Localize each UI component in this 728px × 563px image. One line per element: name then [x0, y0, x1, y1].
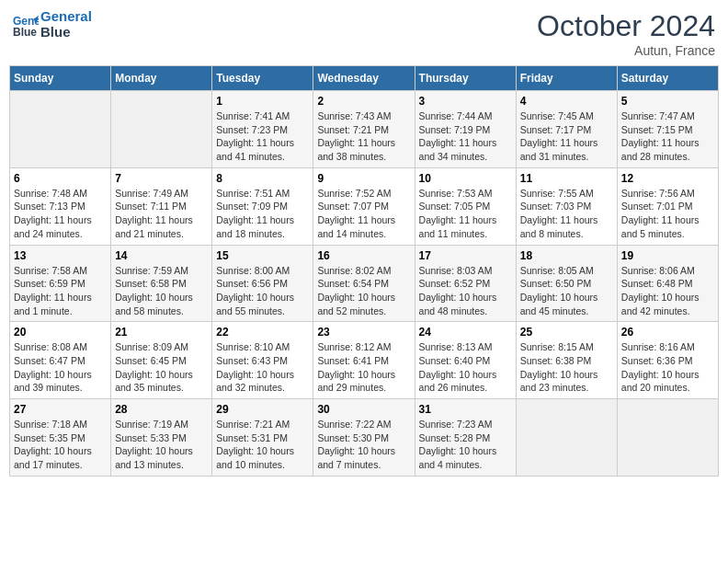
calendar-header-row: SundayMondayTuesdayWednesdayThursdayFrid…	[10, 66, 719, 91]
day-info-line: Daylight: 11 hours and 5 minutes.	[621, 213, 714, 240]
day-info-line: Sunset: 7:05 PM	[419, 200, 512, 213]
day-info-line: Sunrise: 7:48 AM	[14, 187, 107, 201]
calendar-cell	[10, 91, 111, 168]
day-info: Sunrise: 7:53 AMSunset: 7:05 PMDaylight:…	[419, 187, 512, 241]
day-info-line: Sunset: 7:01 PM	[621, 200, 714, 213]
day-number: 13	[14, 249, 107, 262]
day-info: Sunrise: 8:13 AMSunset: 6:40 PMDaylight:…	[419, 340, 512, 395]
day-info-line: Sunrise: 8:02 AM	[317, 264, 410, 278]
day-info-line: Sunset: 6:48 PM	[621, 277, 714, 291]
calendar-cell: 19Sunrise: 8:06 AMSunset: 6:48 PMDayligh…	[617, 245, 718, 322]
day-info-line: Sunset: 7:09 PM	[216, 200, 309, 213]
day-info: Sunrise: 8:16 AMSunset: 6:36 PMDaylight:…	[621, 340, 714, 395]
calendar-week-5: 27Sunrise: 7:18 AMSunset: 5:35 PMDayligh…	[10, 399, 719, 477]
calendar-cell: 5Sunrise: 7:47 AMSunset: 7:15 PMDaylight…	[617, 91, 718, 168]
day-number: 18	[520, 249, 613, 262]
day-info-line: Sunrise: 8:15 AM	[520, 340, 613, 354]
day-info-line: Sunset: 5:33 PM	[115, 431, 208, 445]
day-info-line: Sunset: 6:59 PM	[14, 277, 107, 291]
day-info-line: Sunrise: 8:13 AM	[419, 340, 512, 354]
calendar-cell: 17Sunrise: 8:03 AMSunset: 6:52 PMDayligh…	[415, 245, 516, 322]
day-info-line: Daylight: 11 hours and 28 minutes.	[621, 136, 714, 163]
day-number: 9	[317, 172, 410, 185]
day-info-line: Sunrise: 7:55 AM	[520, 187, 613, 201]
day-info-line: Daylight: 11 hours and 41 minutes.	[216, 136, 309, 163]
day-info-line: Sunset: 6:38 PM	[520, 354, 613, 368]
day-info-line: Sunrise: 7:44 AM	[419, 109, 512, 123]
day-info: Sunrise: 7:21 AMSunset: 5:31 PMDaylight:…	[216, 418, 309, 472]
day-info: Sunrise: 8:15 AMSunset: 6:38 PMDaylight:…	[520, 340, 613, 395]
calendar-cell: 26Sunrise: 8:16 AMSunset: 6:36 PMDayligh…	[617, 322, 718, 399]
day-info: Sunrise: 7:18 AMSunset: 5:35 PMDaylight:…	[14, 418, 107, 472]
logo: General Blue General Blue	[13, 9, 92, 40]
calendar-cell: 16Sunrise: 8:02 AMSunset: 6:54 PMDayligh…	[313, 245, 415, 322]
calendar-cell: 24Sunrise: 8:13 AMSunset: 6:40 PMDayligh…	[415, 322, 516, 399]
day-info-line: Sunset: 7:07 PM	[317, 200, 410, 213]
day-info-line: Sunset: 6:43 PM	[216, 354, 309, 368]
day-number: 23	[317, 326, 410, 339]
day-info-line: Sunset: 7:23 PM	[216, 123, 309, 137]
day-info: Sunrise: 8:10 AMSunset: 6:43 PMDaylight:…	[216, 340, 309, 395]
calendar-cell	[617, 399, 718, 477]
day-info: Sunrise: 7:52 AMSunset: 7:07 PMDaylight:…	[317, 187, 410, 241]
day-header-friday: Friday	[516, 66, 617, 91]
day-info: Sunrise: 8:00 AMSunset: 6:56 PMDaylight:…	[216, 264, 309, 318]
calendar-week-3: 13Sunrise: 7:58 AMSunset: 6:59 PMDayligh…	[10, 245, 719, 322]
day-number: 27	[14, 403, 107, 416]
day-info: Sunrise: 7:19 AMSunset: 5:33 PMDaylight:…	[115, 418, 208, 472]
calendar-cell: 4Sunrise: 7:45 AMSunset: 7:17 PMDaylight…	[516, 91, 617, 168]
day-info-line: Daylight: 10 hours and 52 minutes.	[317, 291, 410, 317]
location-title: Autun, France	[537, 43, 715, 58]
day-info-line: Daylight: 10 hours and 4 minutes.	[419, 444, 512, 471]
day-info: Sunrise: 7:55 AMSunset: 7:03 PMDaylight:…	[520, 187, 613, 241]
day-header-monday: Monday	[111, 66, 212, 91]
day-info-line: Daylight: 11 hours and 24 minutes.	[14, 213, 107, 240]
day-info-line: Daylight: 10 hours and 45 minutes.	[520, 291, 613, 317]
day-number: 30	[317, 403, 410, 416]
day-info: Sunrise: 8:03 AMSunset: 6:52 PMDaylight:…	[419, 264, 512, 318]
day-info: Sunrise: 7:59 AMSunset: 6:58 PMDaylight:…	[115, 264, 208, 318]
day-info-line: Daylight: 10 hours and 7 minutes.	[317, 444, 410, 471]
day-info: Sunrise: 7:41 AMSunset: 7:23 PMDaylight:…	[216, 109, 309, 164]
day-info-line: Sunrise: 7:58 AM	[14, 264, 107, 278]
day-info-line: Sunset: 7:17 PM	[520, 123, 613, 137]
calendar-cell: 10Sunrise: 7:53 AMSunset: 7:05 PMDayligh…	[415, 167, 516, 245]
calendar-cell: 14Sunrise: 7:59 AMSunset: 6:58 PMDayligh…	[111, 245, 212, 322]
day-number: 6	[14, 172, 107, 185]
day-info-line: Daylight: 11 hours and 1 minute.	[14, 291, 107, 317]
calendar-cell: 20Sunrise: 8:08 AMSunset: 6:47 PMDayligh…	[10, 322, 111, 399]
calendar-table: SundayMondayTuesdayWednesdayThursdayFrid…	[9, 65, 719, 477]
day-info-line: Sunrise: 7:23 AM	[419, 418, 512, 431]
calendar-cell: 22Sunrise: 8:10 AMSunset: 6:43 PMDayligh…	[212, 322, 313, 399]
calendar-cell: 1Sunrise: 7:41 AMSunset: 7:23 PMDaylight…	[212, 91, 313, 168]
day-info: Sunrise: 7:23 AMSunset: 5:28 PMDaylight:…	[419, 418, 512, 472]
title-block: October 2024 Autun, France	[537, 9, 715, 58]
day-info-line: Daylight: 10 hours and 17 minutes.	[14, 444, 107, 471]
day-info-line: Sunset: 7:15 PM	[621, 123, 714, 137]
day-info: Sunrise: 7:48 AMSunset: 7:13 PMDaylight:…	[14, 187, 107, 241]
day-info-line: Sunrise: 8:03 AM	[419, 264, 512, 278]
calendar-week-4: 20Sunrise: 8:08 AMSunset: 6:47 PMDayligh…	[10, 322, 719, 399]
day-number: 31	[419, 403, 512, 416]
day-info-line: Sunset: 6:52 PM	[419, 277, 512, 291]
day-info-line: Sunrise: 7:53 AM	[419, 187, 512, 201]
day-number: 22	[216, 326, 309, 339]
day-info-line: Sunrise: 7:18 AM	[14, 418, 107, 431]
day-info-line: Sunrise: 8:09 AM	[115, 340, 208, 354]
page-header: General Blue General Blue October 2024 A…	[9, 9, 719, 58]
day-info-line: Sunset: 6:36 PM	[621, 354, 714, 368]
day-number: 19	[621, 249, 714, 262]
day-number: 7	[115, 172, 208, 185]
day-number: 29	[216, 403, 309, 416]
day-info-line: Sunrise: 7:43 AM	[317, 109, 410, 123]
calendar-cell: 23Sunrise: 8:12 AMSunset: 6:41 PMDayligh…	[313, 322, 415, 399]
day-info-line: Sunrise: 7:22 AM	[317, 418, 410, 431]
day-header-sunday: Sunday	[10, 66, 111, 91]
day-info-line: Daylight: 10 hours and 39 minutes.	[14, 368, 107, 395]
day-info-line: Sunrise: 8:06 AM	[621, 264, 714, 278]
calendar-cell: 28Sunrise: 7:19 AMSunset: 5:33 PMDayligh…	[111, 399, 212, 477]
day-info-line: Sunrise: 7:52 AM	[317, 187, 410, 201]
day-info-line: Sunset: 7:21 PM	[317, 123, 410, 137]
day-info-line: Sunrise: 7:49 AM	[115, 187, 208, 201]
day-info-line: Sunrise: 8:16 AM	[621, 340, 714, 354]
